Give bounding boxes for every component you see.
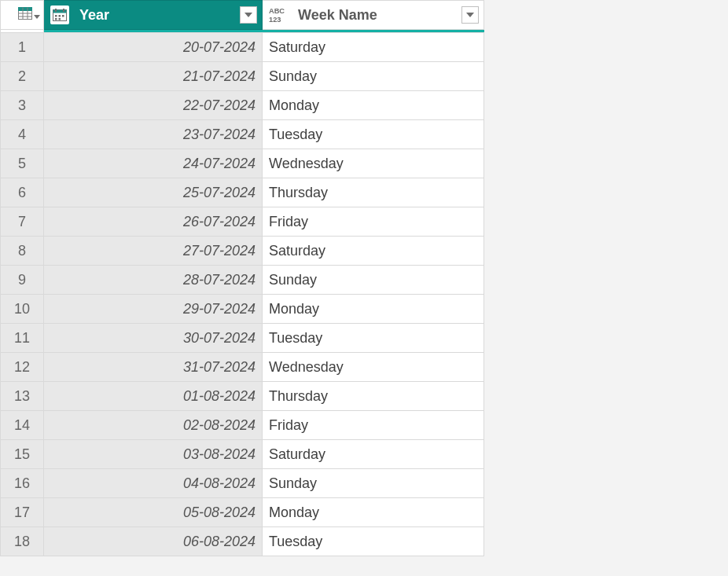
column-filter-button-week[interactable] [461, 6, 479, 24]
cell-year[interactable]: 06-08-2024 [44, 527, 263, 556]
cell-year[interactable]: 30-07-2024 [44, 324, 263, 353]
chevron-down-icon [34, 7, 40, 24]
column-header-week-name[interactable]: ABC 123 Week Name [263, 1, 484, 30]
row-number-cell[interactable]: 9 [1, 266, 44, 295]
svg-rect-14 [55, 18, 57, 20]
table-row[interactable]: 120-07-2024Saturday [1, 33, 484, 62]
cell-week-name[interactable]: Thursday [263, 178, 484, 207]
cell-year[interactable]: 05-08-2024 [44, 498, 263, 527]
row-number-cell[interactable]: 11 [1, 324, 44, 353]
svg-marker-16 [245, 13, 252, 17]
row-number-cell[interactable]: 7 [1, 207, 44, 237]
chevron-down-icon [245, 13, 252, 18]
column-filter-button-year[interactable] [240, 6, 257, 24]
table-row[interactable]: 1705-08-2024Monday [1, 498, 484, 527]
row-number-cell[interactable]: 15 [1, 440, 44, 469]
table-row[interactable]: 625-07-2024Thursday [1, 178, 484, 207]
cell-week-name[interactable]: Friday [263, 411, 484, 440]
cell-year[interactable]: 27-07-2024 [44, 237, 263, 266]
cell-year[interactable]: 21-07-2024 [44, 62, 263, 91]
row-number-cell[interactable]: 6 [1, 178, 44, 207]
table-row[interactable]: 524-07-2024Wednesday [1, 149, 484, 178]
cell-week-name[interactable]: Saturday [263, 440, 484, 469]
cell-year[interactable]: 28-07-2024 [44, 266, 263, 295]
cell-week-name[interactable]: Monday [263, 91, 484, 120]
cell-week-name[interactable]: Wednesday [263, 149, 484, 178]
table-row[interactable]: 1402-08-2024Friday [1, 411, 484, 440]
row-number-cell[interactable]: 4 [1, 120, 44, 149]
cell-week-name[interactable]: Sunday [263, 62, 484, 91]
cell-week-name[interactable]: Tuesday [263, 324, 484, 353]
calendar-icon [50, 6, 69, 24]
svg-rect-12 [59, 15, 61, 17]
abc123-icon: ABC 123 [269, 6, 288, 24]
row-number-cell[interactable]: 16 [1, 469, 44, 498]
cell-week-name[interactable]: Monday [263, 498, 484, 527]
cell-week-name[interactable]: Sunday [263, 469, 484, 498]
table-row[interactable]: 423-07-2024Tuesday [1, 120, 484, 149]
cell-week-name[interactable]: Saturday [263, 33, 484, 62]
row-number-cell[interactable]: 18 [1, 527, 44, 556]
table-icon [18, 7, 32, 24]
row-number-cell[interactable]: 17 [1, 498, 44, 527]
cell-year[interactable]: 31-07-2024 [44, 353, 263, 382]
cell-week-name[interactable]: Sunday [263, 266, 484, 295]
svg-rect-15 [59, 18, 61, 20]
cell-year[interactable]: 26-07-2024 [44, 207, 263, 237]
svg-rect-13 [62, 15, 64, 17]
cell-year[interactable]: 25-07-2024 [44, 178, 263, 207]
column-header-label: Year [79, 7, 109, 23]
cell-week-name[interactable]: Saturday [263, 237, 484, 266]
cell-year[interactable]: 22-07-2024 [44, 91, 263, 120]
table-row[interactable]: 1130-07-2024Tuesday [1, 324, 484, 353]
table-row[interactable]: 928-07-2024Sunday [1, 266, 484, 295]
svg-rect-10 [63, 9, 64, 12]
cell-week-name[interactable]: Monday [263, 295, 484, 324]
data-grid: Year ABC 123 Week Name [0, 0, 484, 556]
row-number-cell[interactable]: 10 [1, 295, 44, 324]
chevron-down-icon [466, 13, 474, 18]
svg-marker-19 [466, 13, 474, 17]
svg-marker-6 [34, 15, 40, 19]
svg-rect-11 [55, 15, 57, 17]
cell-week-name[interactable]: Wednesday [263, 353, 484, 382]
cell-week-name[interactable]: Thursday [263, 382, 484, 411]
row-number-cell[interactable]: 13 [1, 382, 44, 411]
cell-year[interactable]: 01-08-2024 [44, 382, 263, 411]
column-header-label: Week Name [298, 7, 377, 23]
cell-year[interactable]: 02-08-2024 [44, 411, 263, 440]
cell-week-name[interactable]: Tuesday [263, 120, 484, 149]
column-header-year[interactable]: Year [44, 1, 263, 30]
table-row[interactable]: 1029-07-2024Monday [1, 295, 484, 324]
cell-year[interactable]: 29-07-2024 [44, 295, 263, 324]
table-row[interactable]: 1806-08-2024Tuesday [1, 527, 484, 556]
cell-year[interactable]: 23-07-2024 [44, 120, 263, 149]
table-row[interactable]: 221-07-2024Sunday [1, 62, 484, 91]
table-row[interactable]: 1231-07-2024Wednesday [1, 353, 484, 382]
table-row[interactable]: 827-07-2024Saturday [1, 237, 484, 266]
cell-week-name[interactable]: Tuesday [263, 527, 484, 556]
row-number-cell[interactable]: 1 [1, 33, 44, 62]
row-number-cell[interactable]: 8 [1, 237, 44, 266]
table-row[interactable]: 322-07-2024Monday [1, 91, 484, 120]
row-number-cell[interactable]: 2 [1, 62, 44, 91]
table-row[interactable]: 726-07-2024Friday [1, 207, 484, 237]
header-row: Year ABC 123 Week Name [1, 1, 484, 30]
table-row[interactable]: 1503-08-2024Saturday [1, 440, 484, 469]
cell-week-name[interactable]: Friday [263, 207, 484, 237]
cell-year[interactable]: 04-08-2024 [44, 469, 263, 498]
cell-year[interactable]: 03-08-2024 [44, 440, 263, 469]
svg-rect-1 [19, 7, 32, 10]
row-number-cell[interactable]: 14 [1, 411, 44, 440]
table-row[interactable]: 1604-08-2024Sunday [1, 469, 484, 498]
row-number-cell[interactable]: 5 [1, 149, 44, 178]
svg-text:123: 123 [269, 16, 281, 24]
svg-text:ABC: ABC [269, 7, 285, 15]
select-all-cell[interactable] [1, 1, 44, 30]
table-row[interactable]: 1301-08-2024Thursday [1, 382, 484, 411]
row-number-cell[interactable]: 12 [1, 353, 44, 382]
cell-year[interactable]: 24-07-2024 [44, 149, 263, 178]
cell-year[interactable]: 20-07-2024 [44, 33, 263, 62]
svg-rect-9 [55, 9, 57, 12]
row-number-cell[interactable]: 3 [1, 91, 44, 120]
